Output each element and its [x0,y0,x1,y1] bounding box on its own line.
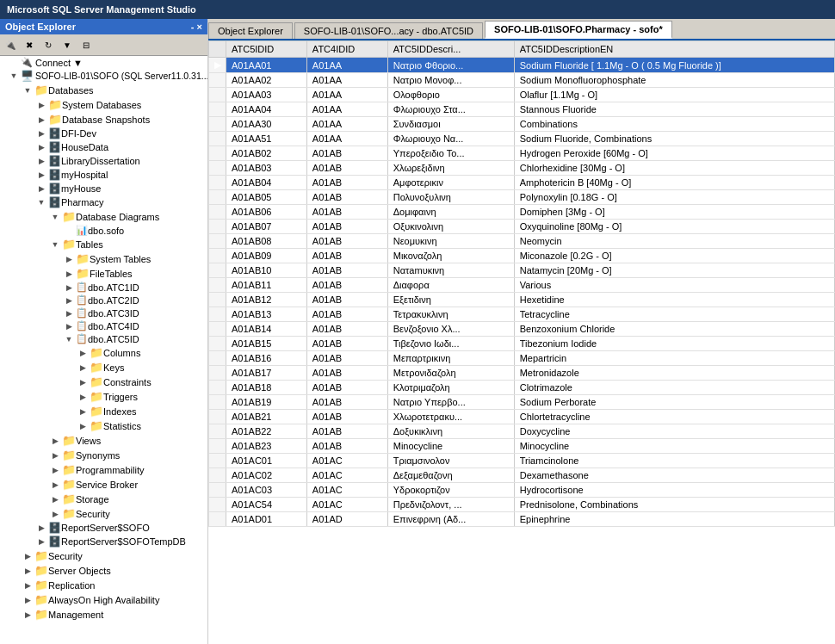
atc4id-node[interactable]: ▶ 📋 dbo.ATC4ID [0,319,207,332]
storage-node[interactable]: ▶ 📁 Storage [0,492,207,506]
table-row[interactable]: A01AA02A01AAΝατριο Μονοφ...Sodium Monofl… [209,73,835,88]
table-row[interactable]: A01AB07A01ABΟξυκινολινηOxyquinoline [80M… [209,220,835,234]
table-row[interactable]: A01AD01A01ADΕπινεφρινη (Αδ...Epinephrine [209,512,835,527]
table-row[interactable]: A01AB22A01ABΔοξυκικλινηDoxycycline [209,424,835,439]
table-row[interactable]: A01AA30A01AAΣυνδιασμοιCombinations [209,117,835,132]
atc5id-expand: ▼ [62,335,76,344]
myhouse-node[interactable]: ▶ 🗄️ myHouse [0,182,207,195]
tab-sofo-pharmacy[interactable]: SOFO-LIB-01\SOFO.Pharmacy - sofo* [485,21,672,39]
librarydissertation-node[interactable]: ▶ 🗄️ LibraryDissertation [0,154,207,168]
table-row[interactable]: A01AB14A01ABΒενζοξονιο Χλ...Benzoxonium … [209,322,835,337]
replication-node[interactable]: ▶ 📁 Replication [0,578,207,592]
table-row[interactable]: A01AA51A01AAΦλωριουχο Να...Sodium Fluori… [209,132,835,146]
atc1id-icon: 📋 [76,282,88,293]
table-row[interactable]: A01AC02A01ACΔεξαμεθαζονηDexamethasone [209,468,835,483]
pharmacy-node[interactable]: ▼ 🗄️ Pharmacy [0,195,207,209]
cell-atc4idid: A01AB [306,278,387,293]
table-row[interactable]: A01AA03A01AAΟλοφθοριοOlaflur [1.1Mg - O] [209,88,835,102]
filter-button[interactable]: ▼ [59,36,76,53]
db-diagrams-node[interactable]: ▼ 📁 Database Diagrams [0,209,207,224]
table-row[interactable]: A01AC54A01ACΠρεδνιζολοντ, ...Prednisolon… [209,498,835,512]
triggers-node[interactable]: ▶ 📁 Triggers [0,389,207,404]
table-row[interactable]: A01AB08A01ABΝεομυκινηNeomycin [209,234,835,249]
synonyms-node[interactable]: ▶ 📁 Synonyms [0,448,207,462]
indexes-node[interactable]: ▶ 📁 Indexes [0,404,207,418]
table-row[interactable]: A01AB13A01ABΤετρακυκλινηTetracycline [209,307,835,322]
connect-icon: 🔌 [21,57,33,68]
table-row[interactable]: A01AC03A01ACΥδροκορτιζονHydrocortisone [209,483,835,498]
dbo-sofo-node[interactable]: 📊 dbo.sofo [0,224,207,237]
cell-atc4idid: A01AA [306,73,387,88]
cell-descgr: Φλωριουχο Στα... [387,102,514,117]
security-pharmacy-node[interactable]: ▶ 📁 Security [0,506,207,521]
programmability-node[interactable]: ▶ 📁 Programmability [0,462,207,477]
cell-descgr: Ολοφθοριο [387,88,514,102]
table-row[interactable]: A01AB16A01ABΜεπαρτρικινηMepartricin [209,351,835,366]
cell-atc4idid: A01AA [306,88,387,102]
connect-button[interactable]: 🔌 [2,36,19,53]
databases-node[interactable]: ▼ 📁 Databases [0,83,207,97]
col-atc5idid[interactable]: ATC5IDID [226,41,307,58]
constraints-node[interactable]: ▶ 📁 Constraints [0,375,207,389]
connect-action[interactable]: 🔌 Connect ▼ [0,56,207,69]
statistics-expand: ▶ [76,422,90,430]
system-databases-node[interactable]: ▶ 📁 System Databases [0,97,207,112]
atc2id-node[interactable]: ▶ 📋 dbo.ATC2ID [0,294,207,307]
service-broker-node[interactable]: ▶ 📁 Service Broker [0,477,207,492]
table-row[interactable]: A01AB06A01ABΔομιφαινηDomiphen [3Mg - O] [209,205,835,220]
views-node[interactable]: ▶ 📁 Views [0,433,207,448]
tables-node[interactable]: ▼ 📁 Tables [0,237,207,251]
disconnect-button[interactable]: ✖ [21,36,38,53]
table-row[interactable]: A01AB12A01ABΕξετιδινηHexetidine [209,293,835,307]
col-atc4idid[interactable]: ATC4IDID [306,41,387,58]
table-row[interactable]: A01AB19A01ABΝατριο Υπερβο...Sodium Perbo… [209,395,835,410]
reportservertemp-node[interactable]: ▶ 🗄️ ReportServer$SOFOTempDB [0,535,207,548]
table-row[interactable]: A01AB11A01ABΔιαφοραVarious [209,278,835,293]
table-row[interactable]: A01AC01A01ACΤριαμσινολονTriamcinolone [209,454,835,468]
table-row[interactable]: ▶A01AA01A01AAΝατριο Φθοριο...Sodium Fluo… [209,58,835,73]
cell-descgr: Δομιφαινη [387,205,514,220]
collapse-button[interactable]: ⊟ [77,36,95,53]
cell-atc4idid: A01AB [306,176,387,190]
keys-node[interactable]: ▶ 📁 Keys [0,360,207,375]
dfi-dev-node[interactable]: ▶ 🗄️ DFI-Dev [0,127,207,140]
col-atc5iddescriptionen[interactable]: ATC5IDDescriptionEN [514,41,834,58]
table-row[interactable]: A01AB03A01ABΧλωρεξιδινηChlorhexidine [30… [209,161,835,176]
cell-descgr: Πολυνοξυλινη [387,190,514,205]
table-row[interactable]: A01AB05A01ABΠολυνοξυλινηPolynoxylin [0.1… [209,190,835,205]
table-row[interactable]: A01AB10A01ABΝατamυκινηNatamycin [20Mg - … [209,263,835,278]
server-objects-node[interactable]: ▶ 📁 Server Objects [0,563,207,578]
tables-label: Tables [76,239,103,250]
housedata-node[interactable]: ▶ 🗄️ HouseData [0,140,207,154]
table-row[interactable]: A01AB18A01ABΚλοτριμαζοληClotrimazole [209,381,835,395]
server-node[interactable]: ▼ 🖥️ SOFO-LIB-01\SOFO (SQL Server11.0.31… [0,69,207,83]
col-atc5iddescri[interactable]: ATC5IDDescri... [387,41,514,58]
system-tables-node[interactable]: ▶ 📁 System Tables [0,251,207,266]
tab-obj-explorer[interactable]: Object Explorer [208,22,293,39]
db-snapshots-node[interactable]: ▶ 📁 Database Snapshots [0,112,207,127]
table-row[interactable]: A01AB15A01ABΤιβεζονιο Ιωδι...Tibezonium … [209,337,835,351]
myhospital-node[interactable]: ▶ 🗄️ myHospital [0,168,207,182]
atc3id-node[interactable]: ▶ 📋 dbo.ATC3ID [0,307,207,319]
table-row[interactable]: A01AA04A01AAΦλωριουχο Στα...Stannous Flu… [209,102,835,117]
table-row[interactable]: A01AB09A01ABΜικοναζοληMiconazole [0.2G -… [209,249,835,263]
statistics-node[interactable]: ▶ 📁 Statistics [0,418,207,433]
table-row[interactable]: A01AB04A01ABΑμφοτερικινAmphotericin B [4… [209,176,835,190]
table-row[interactable]: A01AB23A01ABMinocyclineMinocycline [209,439,835,454]
atc1id-node[interactable]: ▶ 📋 dbo.ATC1ID [0,281,207,294]
atc5id-node[interactable]: ▼ 📋 dbo.ATC5ID [0,332,207,345]
filetables-node[interactable]: ▶ 📁 FileTables [0,266,207,281]
reportserver-node[interactable]: ▶ 🗄️ ReportServer$SOFO [0,521,207,535]
security-server-node[interactable]: ▶ 📁 Security [0,548,207,563]
management-node[interactable]: ▶ 📁 Management [0,607,207,622]
row-indicator [209,410,226,424]
server-expand: ▼ [7,71,21,80]
columns-node[interactable]: ▶ 📁 Columns [0,345,207,360]
refresh-button[interactable]: ↻ [40,36,57,53]
alwayson-node[interactable]: ▶ 📁 AlwaysOn High Availability [0,592,207,607]
table-row[interactable]: A01AB21A01ABΧλωροτετρακυ...Chlortetracyc… [209,410,835,424]
table-row[interactable]: A01AB02A01ABΥπεροξειδιο Το...Hydrogen Pe… [209,146,835,161]
result-area[interactable]: ATC5IDID ATC4IDID ATC5IDDescri... ATC5ID… [208,40,835,644]
tab-sofo-acy[interactable]: SOFO-LIB-01\SOFO...acy - dbo.ATC5ID [294,22,483,39]
table-row[interactable]: A01AB17A01ABΜετρονιδαζοληMetronidazole [209,366,835,381]
